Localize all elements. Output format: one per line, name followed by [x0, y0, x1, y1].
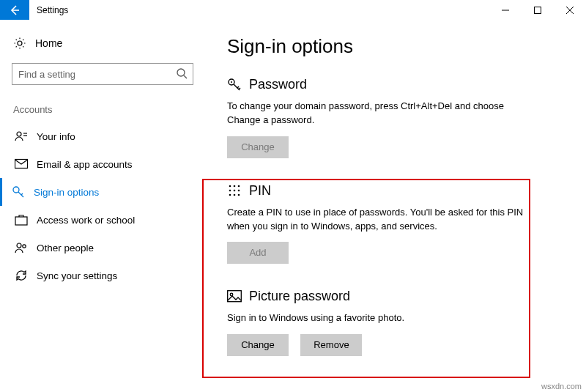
svg-point-6: [17, 132, 21, 136]
svg-point-26: [238, 190, 240, 192]
gear-icon: [13, 37, 26, 50]
back-button[interactable]: [0, 0, 29, 20]
main-content: Sign-in options Password To change your …: [205, 21, 586, 392]
window-title: Settings: [29, 0, 489, 20]
password-change-button[interactable]: Change: [227, 136, 289, 158]
sidebar-item-other-people[interactable]: Other people: [12, 234, 193, 262]
svg-point-14: [17, 243, 21, 248]
sidebar: Home Accounts Your info Email & app acco…: [0, 21, 205, 392]
search-wrap: [12, 63, 193, 85]
pin-desc: Create a PIN to use in place of password…: [227, 206, 535, 234]
password-desc: To change your domain password, press Ct…: [227, 100, 535, 127]
sidebar-item-access-work[interactable]: Access work or school: [12, 206, 193, 234]
svg-line-12: [21, 193, 23, 195]
sidebar-item-email-accounts[interactable]: Email & app accounts: [12, 150, 193, 178]
sync-icon: [15, 269, 28, 282]
sidebar-item-label: Sync your settings: [37, 270, 117, 281]
picture-icon: [227, 289, 242, 304]
sidebar-item-label: Sign-in options: [34, 187, 99, 198]
titlebar: Settings: [0, 0, 586, 21]
close-button[interactable]: [554, 0, 586, 20]
home-nav[interactable]: Home: [12, 34, 193, 53]
sidebar-item-label: Access work or school: [37, 215, 135, 226]
minimize-icon: [502, 7, 509, 14]
search-icon: [176, 67, 188, 79]
svg-line-5: [184, 75, 187, 78]
svg-point-31: [230, 293, 233, 296]
picture-password-section: Picture password Sign in to Windows usin…: [227, 289, 557, 356]
picture-desc: Sign in to Windows using a favorite phot…: [227, 311, 535, 325]
sidebar-item-your-info[interactable]: Your info: [12, 122, 193, 150]
svg-line-20: [239, 88, 240, 89]
sidebar-item-label: Other people: [37, 243, 94, 254]
svg-rect-1: [535, 7, 541, 13]
home-label: Home: [35, 37, 62, 49]
search-input[interactable]: [12, 63, 193, 85]
svg-line-11: [18, 192, 23, 197]
svg-point-24: [229, 190, 231, 192]
minimize-button[interactable]: [489, 0, 522, 20]
sidebar-item-signin-options[interactable]: Sign-in options: [0, 178, 193, 206]
pin-heading: PIN: [249, 183, 271, 199]
svg-point-28: [234, 194, 236, 196]
password-section: Password To change your domain password,…: [227, 77, 557, 158]
mail-icon: [15, 158, 28, 171]
briefcase-icon: [15, 213, 28, 226]
close-icon: [566, 7, 574, 14]
page-title: Sign-in options: [227, 35, 557, 58]
pin-section: PIN Create a PIN to use in place of pass…: [227, 183, 557, 265]
maximize-button[interactable]: [522, 0, 554, 20]
svg-point-29: [238, 194, 240, 196]
picture-change-button[interactable]: Change: [227, 334, 289, 356]
arrow-left-icon: [9, 4, 21, 16]
svg-point-22: [234, 185, 236, 188]
sidebar-item-label: Your info: [37, 131, 75, 142]
person-card-icon: [15, 130, 28, 143]
svg-point-15: [23, 245, 26, 248]
svg-line-19: [237, 86, 239, 88]
svg-point-23: [238, 185, 240, 188]
maximize-icon: [534, 7, 541, 14]
keypad-icon: [227, 183, 242, 198]
watermark: wsxdn.com: [541, 382, 582, 391]
svg-rect-30: [228, 291, 242, 302]
key-icon: [12, 185, 25, 199]
svg-point-10: [13, 187, 19, 193]
svg-point-21: [229, 185, 231, 188]
password-heading: Password: [249, 77, 307, 92]
svg-rect-13: [15, 217, 27, 225]
svg-point-4: [177, 69, 185, 76]
window-controls: [489, 0, 586, 20]
key-icon: [227, 78, 242, 92]
svg-point-27: [229, 194, 231, 196]
picture-remove-button[interactable]: Remove: [300, 334, 362, 356]
svg-point-17: [231, 81, 232, 83]
sidebar-item-label: Email & app accounts: [37, 159, 133, 170]
svg-point-25: [234, 190, 236, 192]
sidebar-item-sync-settings[interactable]: Sync your settings: [12, 262, 193, 289]
picture-heading: Picture password: [249, 289, 350, 304]
people-icon: [15, 241, 28, 254]
pin-add-button[interactable]: Add: [227, 242, 289, 264]
sidebar-section-header: Accounts: [12, 104, 193, 115]
